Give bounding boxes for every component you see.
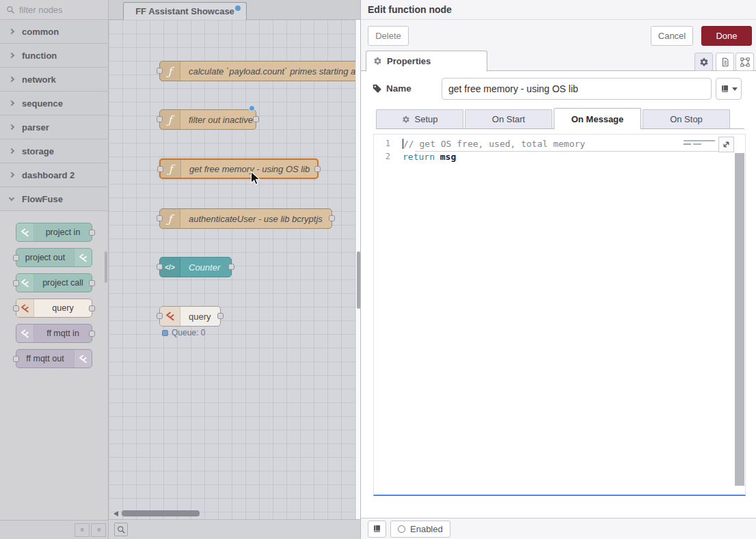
- palette-category-common[interactable]: common: [0, 20, 108, 44]
- palette-category-network[interactable]: network: [0, 68, 108, 92]
- tab-label: Setup: [415, 114, 438, 124]
- expand-all-button[interactable]: «: [91, 523, 106, 537]
- palette-node-query[interactable]: query: [16, 299, 92, 318]
- flow-node-authenticate-user[interactable]: ƒ authenticateUser - use lib bcryptjs: [159, 208, 332, 229]
- done-button[interactable]: Done: [701, 26, 752, 46]
- node-label: filter out inactive: [180, 110, 261, 129]
- category-label: dashboard 2: [22, 170, 75, 180]
- node-port[interactable]: [157, 166, 163, 172]
- h-scroll-arrow[interactable]: [113, 511, 118, 516]
- library-dropdown-button[interactable]: [716, 78, 742, 100]
- tab-setup[interactable]: Setup: [376, 109, 463, 128]
- flow-node-filter-out-inactive[interactable]: ƒ filter out inactive: [159, 109, 256, 130]
- palette-node-label: ff mqtt in: [34, 324, 92, 342]
- code-editor[interactable]: 1 // get OS free, used, total memory 2 r…: [373, 134, 746, 496]
- node-port[interactable]: [13, 356, 19, 362]
- h-scrollbar-thumb[interactable]: [122, 510, 200, 516]
- gear-icon: [699, 57, 709, 67]
- node-port[interactable]: [314, 166, 321, 172]
- node-settings-button[interactable]: [694, 53, 713, 71]
- node-label: Counter: [180, 258, 228, 277]
- double-chevron-up-icon: «: [79, 527, 86, 531]
- palette-category-flowfuse[interactable]: FlowFuse: [0, 187, 108, 211]
- line-number: 2: [374, 150, 403, 163]
- flow-node-counter[interactable]: </> Counter: [159, 257, 232, 277]
- canvas-search-button[interactable]: [114, 523, 128, 536]
- node-port[interactable]: [253, 116, 259, 122]
- properties-tab-label: Properties: [387, 56, 431, 66]
- flow-node-query[interactable]: query: [159, 306, 221, 327]
- palette-category-dashboard-2[interactable]: dashboard 2: [0, 163, 108, 187]
- toggle-circle-icon: [398, 525, 405, 533]
- palette-node-label: project out: [16, 249, 74, 266]
- description-button[interactable]: [716, 53, 734, 71]
- category-label: storage: [22, 146, 54, 156]
- enabled-toggle-button[interactable]: Enabled: [390, 521, 450, 538]
- node-port[interactable]: [89, 230, 95, 236]
- flow-node-calculate-primes[interactable]: ƒ calculate `payload.count` primes start…: [159, 61, 355, 81]
- cancel-button[interactable]: Cancel: [651, 26, 693, 46]
- node-port[interactable]: [217, 313, 224, 319]
- node-port[interactable]: [157, 68, 163, 74]
- palette-node-ff-mqtt-out[interactable]: ff mqtt out: [16, 349, 92, 368]
- node-port[interactable]: [13, 255, 19, 261]
- palette-node-project-in[interactable]: project in: [16, 223, 92, 242]
- delete-button[interactable]: Delete: [368, 26, 409, 46]
- node-port[interactable]: [89, 280, 95, 286]
- function-icon: ƒ: [160, 110, 180, 129]
- palette-category-storage[interactable]: storage: [0, 139, 108, 163]
- code-comment: // get OS free, used, total memory: [403, 139, 585, 149]
- properties-tab[interactable]: Properties: [366, 51, 487, 72]
- editor-minimap[interactable]: [684, 140, 715, 147]
- book-icon: [373, 525, 381, 534]
- node-port[interactable]: [157, 313, 163, 319]
- palette-category-sequence[interactable]: sequence: [0, 92, 108, 115]
- palette-node-ff-mqtt-in[interactable]: ff mqtt in: [16, 324, 92, 343]
- node-port[interactable]: [157, 215, 163, 221]
- category-label: parser: [22, 122, 49, 133]
- palette-category-parser[interactable]: parser: [0, 115, 108, 139]
- palette-flowfuse-nodes: project in project out project call quer…: [0, 211, 108, 368]
- node-name-input[interactable]: [442, 78, 712, 100]
- node-port[interactable]: [157, 264, 163, 270]
- palette-scrollbar[interactable]: [105, 251, 107, 283]
- category-label: common: [22, 27, 59, 37]
- palette-filter-input[interactable]: [19, 5, 94, 15]
- node-port[interactable]: [89, 305, 95, 312]
- collapse-all-button[interactable]: «: [75, 523, 90, 537]
- flow-workspace[interactable]: ƒ calculate `payload.count` primes start…: [109, 20, 355, 519]
- flowfuse-icon: [16, 324, 34, 342]
- flow-tab[interactable]: FF Assistant Showcase: [123, 2, 247, 20]
- flow-node-get-free-memory[interactable]: ƒ get free memory - using OS lib: [159, 158, 319, 179]
- edit-node-panel: Edit function node Delete Cancel Done Pr…: [360, 0, 756, 539]
- expand-editor-button[interactable]: [718, 137, 734, 152]
- search-icon: [6, 5, 15, 14]
- gear-icon: [402, 115, 410, 124]
- tab-on-start[interactable]: On Start: [465, 109, 552, 128]
- node-port[interactable]: [228, 264, 234, 270]
- chevron-right-icon: [9, 100, 14, 106]
- node-port[interactable]: [329, 215, 335, 221]
- node-port[interactable]: [13, 305, 19, 312]
- code-line[interactable]: 2 return msg: [374, 150, 745, 163]
- category-label: network: [22, 74, 56, 85]
- tab-on-stop[interactable]: On Stop: [643, 109, 730, 128]
- flow-canvas-column: FF Assistant Showcase ƒ calculate `paylo…: [109, 0, 360, 539]
- palette-search[interactable]: [0, 0, 108, 20]
- flowfuse-icon: [74, 350, 92, 368]
- chevron-right-icon: [9, 148, 14, 154]
- category-label: sequence: [22, 98, 63, 109]
- node-port[interactable]: [157, 116, 163, 122]
- node-port[interactable]: [89, 331, 95, 337]
- palette-node-project-call[interactable]: project call: [16, 273, 92, 292]
- editor-scrollbar-thumb[interactable]: [735, 153, 744, 486]
- canvas-v-scrollbar[interactable]: [355, 20, 360, 519]
- flowfuse-icon: [16, 223, 34, 241]
- name-field-label: Name: [373, 83, 411, 94]
- node-port[interactable]: [13, 280, 19, 286]
- palette-category-function[interactable]: function: [0, 44, 108, 68]
- tab-on-message[interactable]: On Message: [554, 108, 641, 129]
- library-button[interactable]: [368, 521, 386, 538]
- appearance-button[interactable]: [735, 53, 754, 71]
- palette-node-project-out[interactable]: project out: [16, 248, 92, 267]
